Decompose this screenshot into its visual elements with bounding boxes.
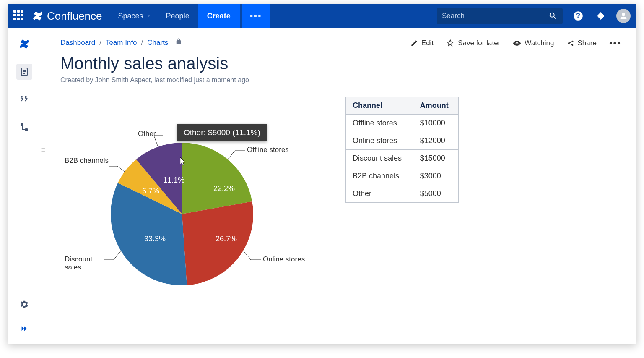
create-label: Create [207,12,231,21]
nav-people-label: People [166,12,190,21]
edit-button[interactable]: Edit [410,39,434,47]
search-box[interactable] [437,8,563,24]
pct-b2b: 6.7% [142,187,159,195]
sidebar-resize-handle[interactable] [41,143,44,158]
chart-tooltip: Other: $5000 (11.1%) [177,124,267,141]
search-input[interactable] [442,12,548,20]
page-byline: Created by John Smith Aspect, last modif… [60,76,621,84]
apps-grid-icon[interactable] [13,10,25,22]
table-row: Online stores$12000 [346,132,459,150]
breadcrumb-dashboard[interactable]: Dashboard [60,39,95,47]
confluence-logo[interactable]: Confluence [32,10,102,23]
breadcrumb-charts[interactable]: Charts [147,39,168,47]
blog-icon[interactable] [16,91,32,107]
share-icon [567,39,574,47]
save-label: Save for later [458,39,500,47]
label-b2b: B2B channels [65,157,111,165]
top-navigation: Confluence Spaces People Create ••• ? [8,4,636,28]
nav-spaces-label: Spaces [118,12,143,21]
space-logo-icon[interactable] [16,36,32,52]
sales-table: Channel Amount Offline stores$10000 Onli… [345,97,459,203]
user-avatar[interactable] [616,9,631,23]
edit-label: Edit [421,39,434,47]
create-button[interactable]: Create [198,4,240,28]
help-icon[interactable]: ? [571,9,585,23]
label-online: Online stores [263,256,305,264]
table-header-amount: Amount [413,97,458,115]
pct-discount: 33.3% [144,235,166,243]
nav-spaces[interactable]: Spaces [112,4,158,28]
brand-name: Confluence [47,10,102,23]
pencil-icon [410,39,418,47]
nav-more-dots: ••• [250,10,262,21]
table-row: Other$5000 [346,185,459,203]
slice-online-stores[interactable] [182,201,253,285]
pct-online: 26.7% [216,235,237,243]
breadcrumb-sep: / [99,39,101,47]
svg-rect-6 [21,123,23,126]
share-label: Share [578,39,597,47]
page-content: Dashboard / Team Info / Charts Edit Save… [45,28,636,344]
save-for-later-button[interactable]: Save for later [446,39,500,47]
table-row: Offline stores$10000 [346,115,459,132]
label-discount: Discount sales [65,256,102,271]
pie-slices[interactable] [111,143,253,285]
breadcrumb-sep: / [141,39,143,47]
share-button[interactable]: Share [567,39,597,47]
restrictions-unlocked-icon[interactable] [175,38,182,47]
notifications-icon[interactable] [594,9,608,23]
star-icon [446,39,454,47]
label-other: Other [138,130,156,138]
table-row: B2B channels$3000 [346,167,459,185]
nav-more-button[interactable]: ••• [242,4,270,28]
watching-button[interactable]: Watching [513,39,554,47]
pages-icon[interactable] [16,64,32,80]
table-header-channel: Channel [346,97,413,115]
eye-icon [513,39,521,47]
page-tree-icon[interactable] [16,119,32,135]
pct-offline: 22.2% [213,184,235,193]
svg-text:?: ? [576,12,580,19]
page-more-actions[interactable]: ••• [609,38,621,49]
confluence-icon [32,10,44,22]
pie-chart: 22.2% 26.7% 33.3% 6.7% 11.1% Offline sto… [60,97,320,294]
page-actions: Edit Save for later Watching Share ••• [410,38,621,49]
search-icon [548,11,558,21]
svg-rect-7 [25,128,28,131]
avatar-icon [616,9,631,23]
label-offline: Offline stores [247,146,289,154]
breadcrumb-team-info[interactable]: Team Info [106,39,137,47]
settings-icon[interactable] [16,296,32,312]
expand-sidebar-icon[interactable] [16,321,32,337]
table-row: Discount sales$15000 [346,150,459,167]
chevron-down-icon [146,13,152,19]
page-title: Monthly sales analysis [60,54,621,73]
left-sidebar [8,28,41,344]
pct-other: 11.1% [163,176,184,184]
nav-people[interactable]: People [160,4,195,28]
watching-label: Watching [525,39,554,47]
